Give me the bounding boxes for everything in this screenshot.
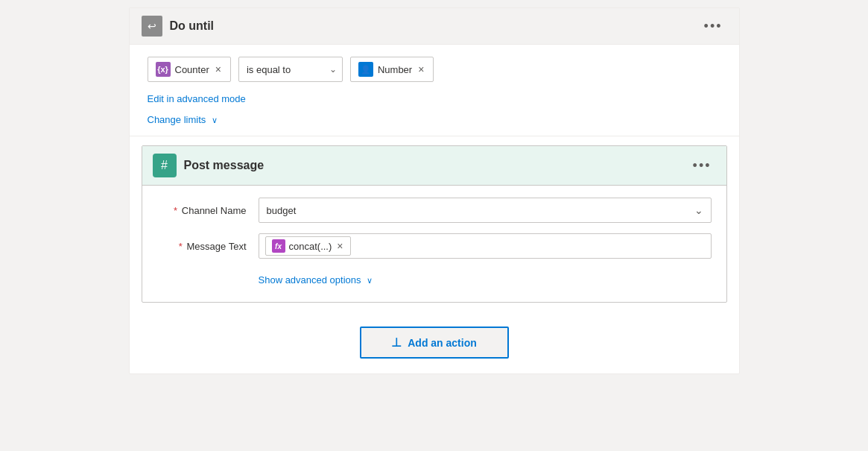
add-action-button[interactable]: ⊥ Add an action [360,327,509,359]
do-until-header: ↩ Do until ••• [130,8,739,45]
message-text-label: * Message Text [157,241,247,252]
condition-area: {x} Counter × is equal to ⌄ 👤 Number × [130,45,739,88]
message-text-row: * Message Text fx concat(...) × [157,233,712,259]
show-advanced-options-link[interactable]: Show advanced options ∨ [259,274,373,286]
show-advanced-chevron-icon: ∨ [367,276,373,285]
add-action-icon: ⊥ [391,335,402,350]
concat-chip-label: concat(...) [289,241,332,252]
change-limits-link[interactable]: Change limits ∨ [148,114,218,125]
add-action-area: ⊥ Add an action [130,312,739,373]
post-message-icon: # [153,154,177,177]
condition-row: {x} Counter × is equal to ⌄ 👤 Number × [148,57,721,82]
counter-chip-close-button[interactable]: × [214,64,223,75]
channel-required-star: * [174,205,177,216]
action-header-left: # Post message [153,154,264,177]
channel-name-row: * Channel Name budget ⌄ [157,198,712,223]
do-until-icon: ↩ [142,16,162,37]
change-limits-chevron-icon: ∨ [212,116,218,124]
action-card-header: # Post message ••• [142,146,726,186]
add-action-label: Add an action [408,337,477,349]
message-required-star: * [179,241,183,252]
post-message-card: # Post message ••• * Channel Name budget… [142,145,727,303]
counter-chip[interactable]: {x} Counter × [148,57,231,82]
counter-chip-label: Counter [175,64,209,75]
action-card-title: Post message [184,159,264,172]
message-text-field[interactable]: fx concat(...) × [259,233,712,259]
channel-name-input[interactable]: budget ⌄ [259,198,712,223]
change-limits-link-row: Change limits ∨ [130,109,739,130]
do-until-header-left: ↩ Do until [142,16,215,37]
concat-chip[interactable]: fx concat(...) × [265,236,352,256]
do-until-more-options-button[interactable]: ••• [700,17,727,36]
message-text-label-text: Message Text [187,241,247,252]
edit-advanced-mode-link[interactable]: Edit in advanced mode [148,93,246,104]
form-area: * Channel Name budget ⌄ * Message Text [142,186,726,302]
operator-select-wrapper[interactable]: is equal to ⌄ [238,57,343,82]
show-advanced-options-row: Show advanced options ∨ [157,269,712,290]
channel-name-value: budget [267,205,297,216]
edit-advanced-link-row: Edit in advanced mode [130,88,739,109]
concat-chip-close-button[interactable]: × [335,241,344,251]
do-until-title: Do until [170,19,215,33]
operator-select[interactable]: is equal to [238,57,343,82]
action-card-more-options-button[interactable]: ••• [688,157,716,175]
channel-name-label-text: Channel Name [182,205,247,216]
number-chip-icon: 👤 [358,62,373,77]
number-chip-close-button[interactable]: × [416,64,425,75]
fx-icon: fx [272,239,285,253]
channel-name-label: * Channel Name [157,205,247,216]
counter-chip-icon: {x} [156,62,171,77]
number-chip-label: Number [378,64,412,75]
divider [130,136,739,136]
number-chip[interactable]: 👤 Number × [350,57,434,82]
channel-name-chevron-icon: ⌄ [694,204,703,216]
